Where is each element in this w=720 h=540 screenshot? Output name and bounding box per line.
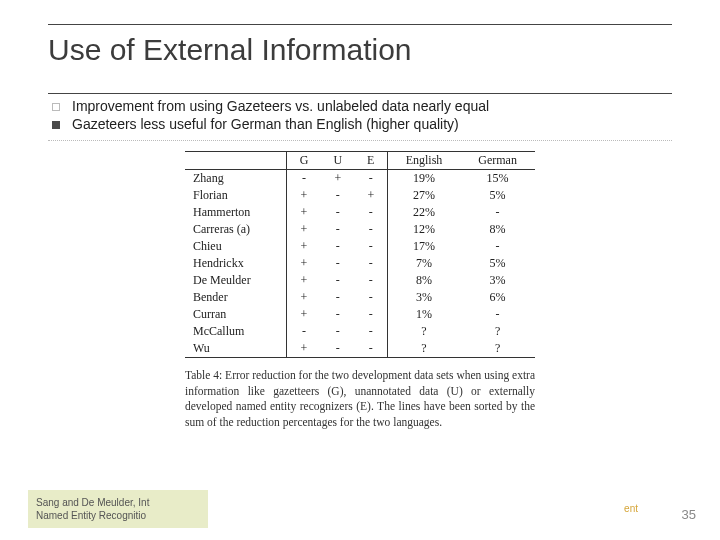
citation-line: Sang and De Meulder, Int <box>36 496 200 509</box>
cell-english: 1% <box>387 306 460 323</box>
table-row: Florian+-+27%5% <box>185 187 535 204</box>
cell-E: + <box>355 187 388 204</box>
list-item: Gazeteers less useful for German than En… <box>48 116 672 132</box>
cell-G: + <box>287 306 321 323</box>
results-table: G U E English German Zhang-+-19%15%Flori… <box>185 151 535 358</box>
table-row: Carreras (a)+--12%8% <box>185 221 535 238</box>
cell-E: - <box>355 340 388 358</box>
cell-G: + <box>287 204 321 221</box>
cell-E: - <box>355 323 388 340</box>
row-name: Hammerton <box>185 204 287 221</box>
bullet-icon <box>52 121 60 129</box>
citation-line: Named Entity Recognitio <box>36 509 200 522</box>
cell-english: ? <box>387 340 460 358</box>
cell-english: 8% <box>387 272 460 289</box>
row-name: Florian <box>185 187 287 204</box>
list-item: Improvement from using Gazeteers vs. unl… <box>48 98 672 114</box>
cell-G: - <box>287 170 321 188</box>
cell-german: ? <box>460 323 535 340</box>
cell-german: 8% <box>460 221 535 238</box>
col-G: G <box>287 152 321 170</box>
row-name: Zhang <box>185 170 287 188</box>
col-E: E <box>355 152 388 170</box>
cell-G: + <box>287 340 321 358</box>
cell-G: + <box>287 255 321 272</box>
footer-fragment: ent <box>624 503 638 514</box>
cell-G: + <box>287 221 321 238</box>
cell-U: - <box>321 255 355 272</box>
caption-title: Table 4: <box>185 369 222 381</box>
cell-german: - <box>460 306 535 323</box>
cell-U: - <box>321 340 355 358</box>
cell-U: - <box>321 204 355 221</box>
bullet-icon <box>52 103 60 111</box>
cell-english: 7% <box>387 255 460 272</box>
slide: Use of External Information Improvement … <box>0 0 720 540</box>
table-row: Zhang-+-19%15% <box>185 170 535 188</box>
cell-german: ? <box>460 340 535 358</box>
cell-G: + <box>287 187 321 204</box>
cell-U: - <box>321 272 355 289</box>
cell-U: - <box>321 187 355 204</box>
table-caption: Table 4: Error reduction for the two dev… <box>185 368 535 430</box>
cell-E: - <box>355 221 388 238</box>
page-number: 35 <box>682 507 696 522</box>
caption-body: Error reduction for the two development … <box>185 369 535 428</box>
bullet-text: Improvement from using Gazeteers vs. unl… <box>72 98 489 114</box>
cell-G: + <box>287 272 321 289</box>
table-area: G U E English German Zhang-+-19%15%Flori… <box>48 151 672 430</box>
cell-E: - <box>355 255 388 272</box>
row-name: Bender <box>185 289 287 306</box>
cell-G: - <box>287 323 321 340</box>
cell-U: + <box>321 170 355 188</box>
cell-english: 17% <box>387 238 460 255</box>
cell-english: 22% <box>387 204 460 221</box>
cell-german: 15% <box>460 170 535 188</box>
cell-U: - <box>321 221 355 238</box>
row-name: Carreras (a) <box>185 221 287 238</box>
table-row: Bender+--3%6% <box>185 289 535 306</box>
cell-english: ? <box>387 323 460 340</box>
cell-german: 5% <box>460 255 535 272</box>
cell-E: - <box>355 289 388 306</box>
table-row: McCallum---?? <box>185 323 535 340</box>
row-name: Hendrickx <box>185 255 287 272</box>
cell-german: - <box>460 204 535 221</box>
table-wrap: G U E English German Zhang-+-19%15%Flori… <box>185 151 535 430</box>
row-name: Chieu <box>185 238 287 255</box>
col-german: German <box>460 152 535 170</box>
cell-german: - <box>460 238 535 255</box>
citation-box: Sang and De Meulder, Int Named Entity Re… <box>28 490 208 528</box>
cell-G: + <box>287 238 321 255</box>
cell-english: 19% <box>387 170 460 188</box>
table-row: Curran+--1%- <box>185 306 535 323</box>
cell-E: - <box>355 306 388 323</box>
cell-G: + <box>287 289 321 306</box>
cell-german: 6% <box>460 289 535 306</box>
row-name: De Meulder <box>185 272 287 289</box>
cell-english: 3% <box>387 289 460 306</box>
col-english: English <box>387 152 460 170</box>
table-row: Chieu+--17%- <box>185 238 535 255</box>
row-name: Curran <box>185 306 287 323</box>
row-name: McCallum <box>185 323 287 340</box>
cell-E: - <box>355 272 388 289</box>
cell-E: - <box>355 204 388 221</box>
table-row: De Meulder+--8%3% <box>185 272 535 289</box>
cell-U: - <box>321 306 355 323</box>
cell-E: - <box>355 238 388 255</box>
table-row: Wu+--?? <box>185 340 535 358</box>
cell-U: - <box>321 323 355 340</box>
cell-U: - <box>321 238 355 255</box>
cell-german: 5% <box>460 187 535 204</box>
bullet-text: Gazeteers less useful for German than En… <box>72 116 459 132</box>
cell-english: 12% <box>387 221 460 238</box>
col-U: U <box>321 152 355 170</box>
cell-U: - <box>321 289 355 306</box>
row-name: Wu <box>185 340 287 358</box>
table-row: Hendrickx+--7%5% <box>185 255 535 272</box>
cell-E: - <box>355 170 388 188</box>
page-title: Use of External Information <box>48 24 672 94</box>
cell-german: 3% <box>460 272 535 289</box>
bullet-list: Improvement from using Gazeteers vs. unl… <box>48 98 672 141</box>
